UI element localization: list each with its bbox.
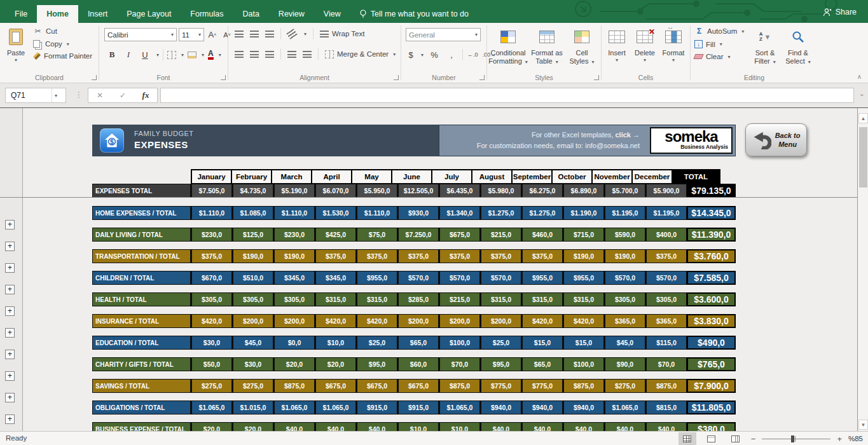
font-name-combo[interactable]: Calibri ▾ bbox=[104, 28, 177, 41]
category-value-march[interactable]: $345,0 bbox=[273, 271, 315, 285]
category-value-august[interactable]: $95,0 bbox=[480, 357, 521, 371]
name-box-dropdown-arrow[interactable]: ▾ bbox=[52, 88, 60, 102]
copy-dropdown-arrow[interactable]: ▾ bbox=[67, 41, 69, 47]
category-value-january[interactable]: $30,0 bbox=[191, 336, 232, 350]
paste-dropdown-arrow[interactable]: ▾ bbox=[15, 57, 17, 63]
align-middle-icon[interactable] bbox=[250, 31, 259, 38]
align-right-icon[interactable] bbox=[265, 51, 274, 58]
outline-expand-button[interactable]: + bbox=[5, 220, 15, 229]
category-value-october[interactable]: $40,0 bbox=[563, 422, 604, 431]
outline-expand-button[interactable]: + bbox=[5, 306, 15, 316]
category-value-june[interactable]: $570,0 bbox=[397, 271, 439, 285]
paste-button[interactable]: Paste ▾ bbox=[1, 25, 31, 72]
category-value-february[interactable]: $30,0 bbox=[232, 357, 273, 371]
category-value-march[interactable]: $1.110,0 bbox=[273, 206, 315, 220]
category-value-november[interactable]: $275,0 bbox=[604, 379, 645, 393]
category-value-december[interactable]: $70,0 bbox=[645, 357, 687, 371]
category-value-november[interactable]: $190,0 bbox=[604, 249, 645, 263]
category-value-april[interactable]: $420,0 bbox=[315, 314, 356, 328]
styles-dialog-launcher[interactable] bbox=[594, 75, 599, 80]
outline-expand-button[interactable]: + bbox=[5, 328, 15, 338]
month-header-april[interactable]: April bbox=[311, 169, 352, 184]
cell-styles-button[interactable]: CellStyles ▾ bbox=[566, 25, 598, 72]
category-value-february[interactable]: $200,0 bbox=[232, 314, 273, 328]
category-value-july[interactable]: $675,0 bbox=[439, 228, 480, 242]
align-top-icon[interactable] bbox=[235, 31, 244, 38]
font-size-combo[interactable]: 11 ▾ bbox=[179, 28, 204, 41]
borders-icon[interactable] bbox=[167, 51, 176, 59]
orientation-dropdown-arrow[interactable]: ▾ bbox=[304, 31, 307, 37]
formula-input[interactable] bbox=[160, 88, 854, 103]
category-value-june[interactable]: $7.250,0 bbox=[397, 228, 439, 242]
month-header-december[interactable]: December bbox=[631, 169, 673, 184]
category-value-january[interactable]: $1.065,0 bbox=[191, 400, 232, 414]
category-value-december[interactable]: $400,0 bbox=[645, 228, 687, 242]
page-layout-view-button[interactable] bbox=[703, 432, 720, 445]
zoom-slider[interactable] bbox=[762, 435, 830, 442]
category-total[interactable]: $380,0 bbox=[687, 422, 736, 431]
conditional-formatting-button[interactable]: ConditionalFormatting ▾ bbox=[488, 25, 528, 72]
accounting-format-button[interactable]: $ bbox=[406, 48, 415, 61]
expenses-total-value-january[interactable]: $7.505,0 bbox=[191, 184, 232, 198]
format-as-table-button[interactable]: Format asTable ▾ bbox=[529, 25, 565, 72]
ribbon-tab-home[interactable]: Home bbox=[37, 5, 78, 23]
sort-filter-button[interactable]: AZ ▼ Sort &Filter ▾ bbox=[749, 25, 781, 72]
underline-dropdown-arrow[interactable]: ▾ bbox=[156, 52, 159, 58]
category-value-august[interactable]: $570,0 bbox=[480, 271, 521, 285]
category-value-july[interactable]: $875,0 bbox=[439, 379, 480, 393]
category-value-may[interactable]: $95,0 bbox=[356, 357, 397, 371]
category-value-february[interactable]: $1.015,0 bbox=[232, 400, 273, 414]
month-header-june[interactable]: June bbox=[391, 169, 432, 184]
delete-cells-button[interactable]: ✕ Delete ▾ bbox=[631, 25, 659, 72]
outline-expand-button[interactable]: + bbox=[5, 414, 15, 424]
category-total[interactable]: $7.585,0 bbox=[687, 271, 736, 285]
outline-expand-button[interactable]: + bbox=[5, 285, 15, 294]
comma-style-button[interactable]: , bbox=[445, 48, 458, 61]
month-header-november[interactable]: November bbox=[591, 169, 633, 184]
normal-view-button[interactable] bbox=[679, 432, 696, 445]
category-value-march[interactable]: $190,0 bbox=[273, 249, 315, 263]
scroll-up-button[interactable]: ▲ bbox=[858, 113, 868, 123]
category-value-april[interactable]: $1.530,0 bbox=[315, 206, 356, 220]
month-header-october[interactable]: October bbox=[551, 169, 593, 184]
vertical-scrollbar[interactable]: ▲ ▼ bbox=[857, 108, 868, 431]
category-value-july[interactable]: $70,0 bbox=[439, 357, 480, 371]
category-value-november[interactable]: $305,0 bbox=[604, 292, 645, 306]
expenses-total-value-august[interactable]: $5.980,0 bbox=[480, 184, 521, 198]
category-value-october[interactable]: $315,0 bbox=[563, 292, 604, 306]
category-value-august[interactable]: $1.275,0 bbox=[480, 206, 521, 220]
category-value-november[interactable]: $570,0 bbox=[604, 271, 645, 285]
month-header-march[interactable]: March bbox=[271, 169, 312, 184]
number-format-dropdown-arrow[interactable]: ▾ bbox=[475, 32, 478, 38]
font-color-dropdown-arrow[interactable]: ▾ bbox=[219, 52, 221, 58]
name-box[interactable]: ▾ bbox=[5, 88, 66, 103]
category-value-april[interactable]: $20,0 bbox=[315, 357, 356, 371]
category-value-december[interactable]: $375,0 bbox=[645, 249, 687, 263]
category-value-september[interactable]: $15,0 bbox=[521, 336, 563, 350]
category-value-october[interactable]: $100,0 bbox=[563, 357, 604, 371]
category-value-october[interactable]: $15,0 bbox=[563, 336, 604, 350]
insert-function-button[interactable]: fx bbox=[137, 90, 155, 100]
accounting-dropdown-arrow[interactable]: ▾ bbox=[421, 52, 424, 58]
category-value-january[interactable]: $305,0 bbox=[191, 292, 232, 306]
font-name-dropdown-arrow[interactable]: ▾ bbox=[171, 32, 174, 38]
bold-button[interactable]: B bbox=[106, 48, 118, 61]
category-total[interactable]: $14.345,0 bbox=[687, 206, 736, 220]
category-label[interactable]: CHARITY / GIFTS / TOTAL bbox=[92, 357, 191, 371]
autosum-button[interactable]: Σ AutoSum ▾ bbox=[694, 27, 744, 36]
fill-color-icon[interactable] bbox=[188, 51, 196, 58]
expenses-total-value-march[interactable]: $5.190,0 bbox=[273, 184, 315, 198]
category-value-september[interactable]: $420,0 bbox=[521, 314, 563, 328]
category-value-june[interactable]: $60,0 bbox=[397, 357, 439, 371]
category-value-july[interactable]: $10,0 bbox=[439, 422, 480, 431]
font-size-dropdown-arrow[interactable]: ▾ bbox=[198, 32, 201, 38]
zoom-in-button[interactable]: + bbox=[837, 434, 842, 444]
number-format-combo[interactable]: General ▾ bbox=[406, 28, 481, 41]
category-value-november[interactable]: $1.065,0 bbox=[604, 400, 645, 414]
category-total[interactable]: $765,0 bbox=[687, 357, 736, 371]
alignment-dialog-launcher[interactable] bbox=[394, 75, 399, 80]
category-total[interactable]: $3.600,0 bbox=[687, 292, 736, 306]
tell-me-box[interactable]: Tell me what you want to do bbox=[359, 5, 469, 23]
category-value-august[interactable]: $775,0 bbox=[480, 379, 521, 393]
category-value-march[interactable]: $305,0 bbox=[273, 292, 315, 306]
